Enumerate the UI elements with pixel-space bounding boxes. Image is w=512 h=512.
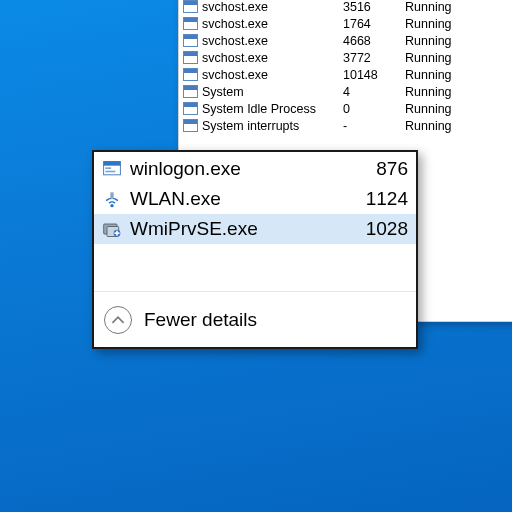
process-status: Running — [401, 100, 512, 117]
svg-rect-5 — [110, 192, 113, 199]
service-icon — [100, 218, 124, 240]
process-name: System — [202, 85, 244, 99]
process-pid: 1028 — [360, 218, 408, 240]
table-row[interactable]: System interrupts-Running — [179, 117, 512, 134]
table-row[interactable]: System4Running — [179, 83, 512, 100]
process-pid: - — [339, 117, 401, 134]
process-status: Running — [401, 83, 512, 100]
process-name: WLAN.exe — [130, 188, 360, 210]
process-status: Running — [401, 49, 512, 66]
process-status: Running — [401, 15, 512, 32]
process-name: svchost.exe — [202, 51, 268, 65]
process-pid: 0 — [339, 100, 401, 117]
wifi-icon — [100, 188, 124, 210]
list-item[interactable]: WmiPrvSE.exe1028 — [94, 214, 416, 244]
table-row[interactable]: System Idle Process0Running — [179, 100, 512, 117]
process-icon — [183, 85, 198, 98]
process-icon — [183, 51, 198, 64]
process-status: Running — [401, 66, 512, 83]
process-pid: 4 — [339, 83, 401, 100]
process-pid: 10148 — [339, 66, 401, 83]
popup-process-list[interactable]: winlogon.exe876WLAN.exe1124WmiPrvSE.exe1… — [94, 152, 416, 244]
table-row[interactable]: svchost.exe4668Running — [179, 32, 512, 49]
simple-task-manager-popup[interactable]: winlogon.exe876WLAN.exe1124WmiPrvSE.exe1… — [92, 150, 418, 349]
svg-rect-10 — [115, 232, 120, 234]
process-pid: 3516 — [339, 0, 401, 15]
process-icon — [183, 68, 198, 81]
process-pid: 4668 — [339, 32, 401, 49]
process-name: svchost.exe — [202, 17, 268, 31]
desktop: svchost.exesvchost.exe3516Runningsvchost… — [0, 0, 512, 512]
process-status: Running — [401, 0, 512, 15]
process-icon — [183, 34, 198, 47]
popup-footer: Fewer details — [94, 291, 416, 347]
process-name: System Idle Process — [202, 102, 316, 116]
process-pid: 1124 — [360, 188, 408, 210]
process-pid: 1764 — [339, 15, 401, 32]
chevron-up-icon — [104, 306, 132, 334]
fewer-details-label: Fewer details — [144, 309, 257, 331]
table-row[interactable]: svchost.exe3516Running — [179, 0, 512, 15]
process-name: winlogon.exe — [130, 158, 360, 180]
fewer-details-button[interactable]: Fewer details — [104, 306, 257, 334]
process-icon — [183, 119, 198, 132]
process-name: WmiPrvSE.exe — [130, 218, 360, 240]
list-item[interactable]: WLAN.exe1124 — [94, 184, 416, 214]
process-status: Running — [401, 117, 512, 134]
svg-rect-1 — [104, 162, 121, 166]
process-icon — [183, 0, 198, 13]
svg-point-4 — [110, 204, 113, 207]
table-row[interactable]: svchost.exe1764Running — [179, 15, 512, 32]
process-pid: 876 — [360, 158, 408, 180]
svg-rect-3 — [105, 171, 115, 173]
table-row[interactable]: svchost.exe10148Running — [179, 66, 512, 83]
process-name: svchost.exe — [202, 68, 268, 82]
process-table[interactable]: svchost.exesvchost.exe3516Runningsvchost… — [179, 0, 512, 134]
process-name: System interrupts — [202, 119, 299, 133]
svg-rect-2 — [105, 167, 111, 169]
process-name: svchost.exe — [202, 0, 268, 14]
process-name: svchost.exe — [202, 34, 268, 48]
process-icon — [183, 102, 198, 115]
table-row[interactable]: svchost.exe3772Running — [179, 49, 512, 66]
app-icon — [100, 158, 124, 180]
process-status: Running — [401, 32, 512, 49]
process-pid: 3772 — [339, 49, 401, 66]
list-item[interactable]: winlogon.exe876 — [94, 154, 416, 184]
process-icon — [183, 17, 198, 30]
